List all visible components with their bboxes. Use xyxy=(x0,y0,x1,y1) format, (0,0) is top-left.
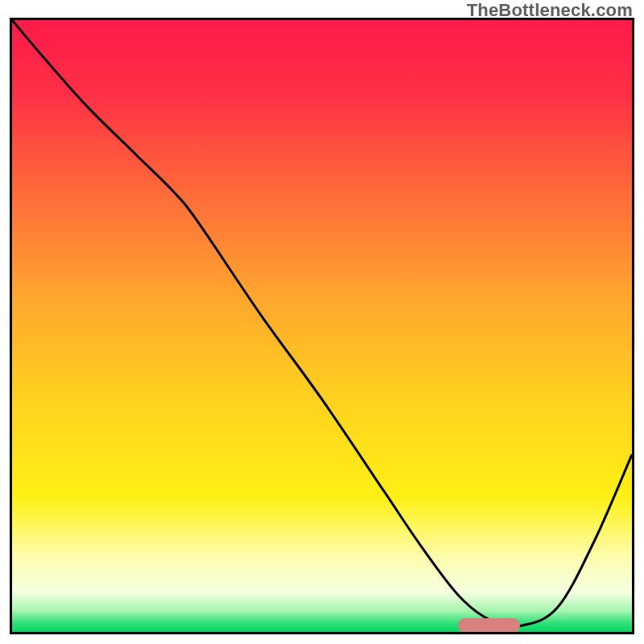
bottleneck-curve xyxy=(12,20,632,632)
chart-frame xyxy=(10,18,634,634)
optimum-marker xyxy=(458,618,520,633)
